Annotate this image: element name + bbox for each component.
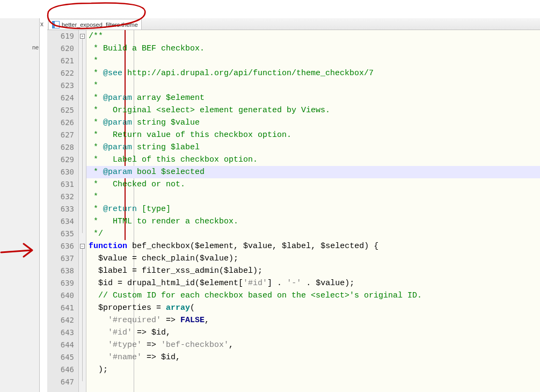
fold-column: +− <box>79 30 86 392</box>
line-number: 630 <box>47 166 78 178</box>
line-number: 647 <box>47 376 78 388</box>
code-line[interactable]: $properties = array( <box>86 302 540 314</box>
code-line[interactable]: '#name' => $id, <box>86 351 540 364</box>
code-line[interactable]: ); <box>86 364 540 376</box>
code-line[interactable] <box>86 376 540 388</box>
code-line[interactable]: * @return [type] <box>86 203 540 215</box>
line-number: 629 <box>47 154 78 166</box>
line-number: 627 <box>47 129 78 141</box>
code-line[interactable]: '#type' => 'bef-checkbox', <box>86 339 540 351</box>
code-line[interactable]: /** <box>86 30 540 42</box>
line-number: 624 <box>47 92 78 104</box>
line-number: 619 <box>47 30 78 42</box>
code-line[interactable]: $label = filter_xss_admin($label); <box>86 265 540 277</box>
line-number: 646 <box>47 364 78 376</box>
line-number-gutter: 6196206216226236246256266276286296306316… <box>47 30 79 392</box>
code-line[interactable]: * @param string $label <box>86 141 540 154</box>
line-number: 625 <box>47 104 78 117</box>
code-line[interactable]: * Return value of this checkbox option. <box>86 129 540 141</box>
code-area[interactable]: /** * Build a BEF checkbox. * * @see htt… <box>86 30 540 392</box>
line-number: 628 <box>47 141 78 154</box>
code-line[interactable]: '#id' => $id, <box>86 326 540 339</box>
line-number: 637 <box>47 252 78 265</box>
line-number: 640 <box>47 289 78 302</box>
fold-collapse-icon[interactable]: + <box>80 34 85 39</box>
code-line[interactable]: */ <box>86 228 540 240</box>
file-icon <box>52 21 60 28</box>
code-line[interactable]: * <box>86 191 540 203</box>
tab-label: better_exposed_filters.theme <box>62 21 138 28</box>
code-line[interactable]: * Label of this checkbox option. <box>86 154 540 166</box>
left-panel <box>0 18 40 392</box>
line-number: 644 <box>47 339 78 351</box>
line-number: 620 <box>47 42 78 55</box>
code-line[interactable]: * <box>86 55 540 67</box>
code-line[interactable]: * Checked or not. <box>86 178 540 191</box>
code-editor[interactable]: 6196206216226236246256266276286296306316… <box>47 30 540 392</box>
line-number: 638 <box>47 265 78 277</box>
line-number: 636 <box>47 240 78 252</box>
line-number: 626 <box>47 117 78 129</box>
code-line[interactable]: * HTML to render a checkbox. <box>86 215 540 228</box>
code-line[interactable]: $id = drupal_html_id($element['#id'] . '… <box>86 277 540 289</box>
code-line[interactable]: '#required' => FALSE, <box>86 314 540 326</box>
code-line[interactable]: * Original <select> element generated by… <box>86 104 540 117</box>
code-line[interactable]: $value = check_plain($value); <box>86 252 540 265</box>
line-number: 632 <box>47 191 78 203</box>
line-number: 642 <box>47 314 78 326</box>
line-number: 643 <box>47 326 78 339</box>
code-line[interactable]: * @param string $value <box>86 117 540 129</box>
line-number: 645 <box>47 351 78 364</box>
code-line[interactable]: * <box>86 79 540 92</box>
file-tab[interactable]: better_exposed_filters.theme <box>48 19 142 30</box>
line-number: 633 <box>47 203 78 215</box>
fold-expand-icon[interactable]: − <box>80 244 85 249</box>
code-line[interactable]: // Custom ID for each checkbox based on … <box>86 289 540 302</box>
left-panel-label: ne <box>32 44 39 50</box>
code-line[interactable]: * @param bool $selected <box>86 166 540 178</box>
line-number: 623 <box>47 79 78 92</box>
line-number: 639 <box>47 277 78 289</box>
code-line[interactable]: * @see http://api.drupal.org/api/functio… <box>86 67 540 79</box>
code-line[interactable]: * Build a BEF checkbox. <box>86 42 540 55</box>
line-number: 622 <box>47 67 78 79</box>
tab-bar: better_exposed_filters.theme <box>47 18 540 30</box>
close-icon[interactable]: x <box>40 20 43 28</box>
code-line[interactable]: function bef_checkbox($element, $value, … <box>86 240 540 252</box>
code-line[interactable]: * @param array $element <box>86 92 540 104</box>
line-number: 631 <box>47 178 78 191</box>
line-number: 635 <box>47 228 78 240</box>
line-number: 641 <box>47 302 78 314</box>
line-number: 621 <box>47 55 78 67</box>
line-number: 634 <box>47 215 78 228</box>
